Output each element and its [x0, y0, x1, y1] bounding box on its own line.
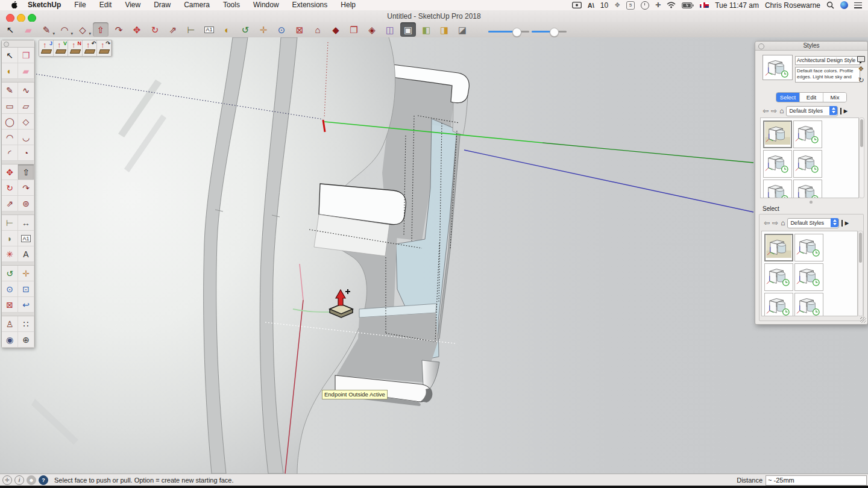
style-thumbnail[interactable]: [794, 293, 823, 316]
display-section-planes-button[interactable]: ▣: [400, 22, 416, 37]
styles-collection-dropdown[interactable]: Default Styles: [786, 106, 838, 116]
style-thumbnail[interactable]: [793, 150, 822, 178]
circle-tool-button[interactable]: ◯: [2, 114, 18, 130]
style-thumbnail[interactable]: [763, 120, 792, 148]
display-section-cuts-button[interactable]: ◧: [418, 22, 434, 37]
time-machine-icon[interactable]: [641, 1, 649, 10]
detach-pane-icon-2[interactable]: ►: [841, 220, 850, 227]
menu-item-draw[interactable]: Draw: [147, 0, 177, 10]
geolocation-icon[interactable]: ✛: [2, 475, 12, 485]
zoom-tool-button[interactable]: ⊙: [2, 281, 18, 297]
battery-icon[interactable]: [682, 2, 694, 8]
menu-item-edit[interactable]: Edit: [93, 0, 119, 10]
style-thumbnail[interactable]: [764, 263, 793, 291]
turn-around-tool-button[interactable]: ⊕: [18, 332, 34, 348]
text-tool-button[interactable]: A1: [18, 231, 34, 246]
look-around-tool-button[interactable]: ◉: [2, 332, 18, 348]
vector-push-pull-button[interactable]: ↑V: [54, 40, 68, 56]
paint-bucket-button[interactable]: ◐: [219, 22, 235, 37]
move-tool-button[interactable]: ✥: [2, 164, 18, 180]
menu-item-tools[interactable]: Tools: [216, 0, 247, 10]
line-button[interactable]: ✎▾: [39, 22, 54, 37]
style-thumbnail[interactable]: [794, 234, 823, 261]
push-pull-redo-button[interactable]: ↑↷: [97, 40, 112, 56]
offset-tool-button[interactable]: ⊚: [18, 196, 34, 211]
shadow-time-slider[interactable]: [532, 31, 567, 33]
two-point-arc-tool-button[interactable]: ◡: [18, 130, 34, 145]
user-menu[interactable]: Chris Rosewarne: [765, 1, 820, 10]
dropdown-stepper-icon[interactable]: [829, 106, 837, 115]
position-camera-tool-button[interactable]: ♙: [2, 316, 18, 332]
move-button[interactable]: ✥: [129, 22, 145, 37]
push-pull-button[interactable]: ⇧: [93, 22, 108, 37]
three-point-arc-tool-button[interactable]: ◜: [2, 145, 18, 161]
pie-tool-button[interactable]: ◔: [18, 145, 34, 161]
menu-item-window[interactable]: Window: [247, 0, 286, 10]
refresh-style-icon[interactable]: ↻: [858, 76, 864, 84]
share-model-button[interactable]: ◆: [328, 22, 344, 37]
style-name-field[interactable]: Architectural Design Style: [795, 56, 860, 65]
back-arrow-icon[interactable]: ⇦: [763, 107, 769, 114]
dimension-tool-button[interactable]: ↔: [18, 215, 34, 231]
freehand-tool-button[interactable]: ∿: [18, 83, 34, 98]
back-arrow-icon-2[interactable]: ⇦: [764, 219, 770, 227]
forward-arrow-icon-2[interactable]: ⇨: [772, 219, 778, 227]
select-tool-button[interactable]: ↖: [2, 48, 18, 63]
joint-push-pull-button[interactable]: ↑J: [39, 40, 54, 56]
push-pull-undo-button[interactable]: ↑↶: [83, 40, 97, 56]
menu-clock[interactable]: Tue 11:47 am: [715, 1, 759, 10]
menu-item-extensions[interactable]: Extensions: [286, 0, 335, 10]
back-edges-button[interactable]: ◪: [454, 22, 470, 37]
siri-icon[interactable]: [840, 1, 848, 9]
arc-tools-button[interactable]: ◠▾: [57, 22, 72, 37]
send-to-layout-button[interactable]: ❐: [346, 22, 362, 37]
paint-bucket-tool-button[interactable]: ◐: [2, 63, 18, 79]
model-viewport[interactable]: [0, 37, 868, 474]
get-models-button[interactable]: ⌂: [310, 22, 326, 37]
push-pull-tool-button[interactable]: ⇧: [18, 164, 34, 180]
rotated-rectangle-tool-button[interactable]: ▱: [18, 98, 34, 114]
tape-measure-tool-button[interactable]: ⊢: [2, 215, 18, 231]
styles-collection-dropdown-2[interactable]: Default Styles: [787, 218, 839, 228]
menu-item-help[interactable]: Help: [334, 0, 362, 10]
styles-scrollbar-2[interactable]: [858, 231, 863, 316]
menu-item-sketchup[interactable]: SketchUp: [21, 0, 68, 10]
dropdown-stepper-icon-2[interactable]: [831, 218, 838, 227]
zoom-window-tool-button[interactable]: ⊡: [18, 281, 34, 297]
zoom-extents-button[interactable]: ⊠: [292, 22, 307, 37]
style-thumbnail[interactable]: [764, 234, 793, 261]
dropbox-icon[interactable]: ❖: [614, 1, 620, 9]
panel-resize-grip[interactable]: [860, 317, 866, 323]
previous-view-tool-button[interactable]: ↩: [18, 297, 34, 313]
wifi-icon[interactable]: [667, 2, 676, 8]
orbit-tool-button[interactable]: ↺: [2, 266, 18, 281]
menu-item-view[interactable]: View: [118, 0, 147, 10]
credits-icon[interactable]: i: [14, 475, 24, 485]
pane-resize-handle[interactable]: [810, 201, 813, 204]
scale-button[interactable]: ⇗: [165, 22, 181, 37]
rectangle-tool-button[interactable]: ▭: [2, 98, 18, 114]
style-thumbnail[interactable]: [763, 150, 792, 178]
eraser-button[interactable]: ▰: [20, 22, 36, 37]
home-icon-2[interactable]: ⌂: [781, 219, 785, 227]
update-style-icon[interactable]: ❖: [858, 65, 864, 73]
style-thumbnail[interactable]: [764, 293, 793, 316]
normal-push-pull-button[interactable]: ↑N: [68, 40, 83, 56]
scale-tool-button[interactable]: ⇗: [2, 196, 18, 211]
display-secondary-pane-icon[interactable]: [857, 56, 865, 62]
menu-item-camera[interactable]: Camera: [177, 0, 216, 10]
styles-scrollbar[interactable]: [859, 117, 864, 198]
tab-edit[interactable]: Edit: [800, 93, 823, 102]
apple-menu-icon[interactable]: [7, 1, 21, 9]
extension-warehouse-button[interactable]: ◈: [364, 22, 380, 37]
detach-pane-icon[interactable]: ►: [840, 108, 849, 114]
follow-me-tool-button[interactable]: ↷: [18, 180, 34, 196]
axes-tool-button[interactable]: ✳: [2, 246, 18, 262]
rotate-button[interactable]: ↻: [147, 22, 163, 37]
pan-tool-button[interactable]: ✛: [18, 266, 34, 281]
tape-measure-button[interactable]: ⊢: [183, 22, 199, 37]
styles-panel-close-button[interactable]: [758, 43, 764, 49]
display-section-fills-button[interactable]: ◨: [436, 22, 452, 37]
dimension-button[interactable]: A1: [201, 22, 217, 37]
protractor-tool-button[interactable]: ◗: [2, 231, 18, 246]
